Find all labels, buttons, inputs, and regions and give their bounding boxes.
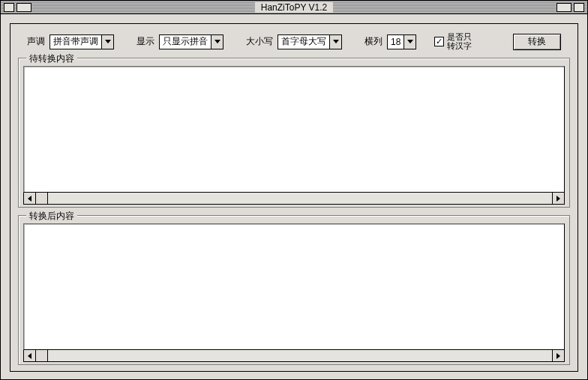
only-hanzi-checkbox[interactable]: ✓ 是否只 转汉字 [434, 33, 472, 50]
display-combo[interactable]: 只显示拼音 [159, 34, 224, 49]
arrow-right-icon [556, 353, 560, 359]
chevron-down-icon [214, 40, 220, 43]
client-inner: 声调 拼音带声调 显示 只显示拼音 大小写 首字母大写 [10, 23, 578, 372]
chevron-down-icon [407, 40, 413, 43]
tone-label: 声调 [27, 35, 45, 48]
arrow-left-icon [28, 353, 32, 359]
scroll-left-button[interactable] [24, 193, 36, 204]
input-legend: 待转换内容 [26, 52, 77, 65]
output-legend: 转换后内容 [26, 210, 77, 223]
maximize-icon[interactable] [574, 3, 584, 12]
input-textarea[interactable] [23, 66, 565, 193]
columns-label: 横列 [364, 35, 382, 48]
sysmenu-icon[interactable] [4, 3, 14, 12]
options-row: 声调 拼音带声调 显示 只显示拼音 大小写 首字母大写 [18, 33, 570, 58]
input-groupbox: 待转换内容 [18, 58, 570, 208]
window-title: HanZiToPY V1.2 [255, 2, 334, 13]
scroll-right-button[interactable] [552, 350, 564, 361]
convert-button-label: 转换 [528, 35, 546, 48]
tone-combo-button[interactable] [101, 35, 113, 49]
case-combo-value: 首字母大写 [281, 35, 329, 48]
display-label: 显示 [136, 35, 154, 48]
scroll-track[interactable] [48, 193, 552, 204]
scroll-thumb[interactable] [36, 350, 48, 361]
columns-combo-button[interactable] [404, 35, 416, 49]
sysmenu-right [556, 3, 584, 12]
output-textarea[interactable] [23, 223, 565, 350]
only-hanzi-label: 是否只 转汉字 [447, 33, 472, 50]
scroll-thumb[interactable] [36, 193, 48, 204]
output-groupbox: 转换后内容 [18, 215, 570, 365]
input-hscrollbar[interactable] [23, 193, 565, 205]
tone-combo-value: 拼音带声调 [53, 35, 101, 48]
arrow-right-icon [556, 196, 560, 202]
sysmenu-left [4, 3, 32, 12]
tone-combo[interactable]: 拼音带声调 [50, 34, 114, 49]
minimize-icon[interactable] [556, 3, 572, 12]
checkbox-box[interactable]: ✓ [434, 37, 444, 46]
display-combo-button[interactable] [211, 35, 223, 49]
scroll-track[interactable] [48, 350, 552, 361]
case-combo[interactable]: 首字母大写 [278, 34, 342, 49]
check-icon: ✓ [436, 37, 442, 46]
arrow-left-icon [28, 196, 32, 202]
convert-button[interactable]: 转换 [513, 34, 561, 50]
app-window: HanZiToPY V1.2 声调 拼音带声调 显示 只显示拼音 [0, 0, 588, 380]
display-combo-value: 只显示拼音 [163, 35, 211, 48]
scroll-left-button[interactable] [24, 350, 36, 361]
output-hscrollbar[interactable] [23, 350, 565, 362]
client-area: 声调 拼音带声调 显示 只显示拼音 大小写 首字母大写 [1, 14, 587, 379]
title-bar: HanZiToPY V1.2 [1, 1, 587, 14]
chevron-down-icon [333, 40, 339, 43]
columns-combo-value: 18 [391, 37, 404, 47]
case-combo-button[interactable] [329, 35, 341, 49]
sysmenu-icon2[interactable] [16, 3, 32, 12]
columns-combo[interactable]: 18 [387, 34, 416, 49]
case-label: 大小写 [246, 35, 273, 48]
chevron-down-icon [105, 40, 111, 43]
scroll-right-button[interactable] [552, 193, 564, 204]
